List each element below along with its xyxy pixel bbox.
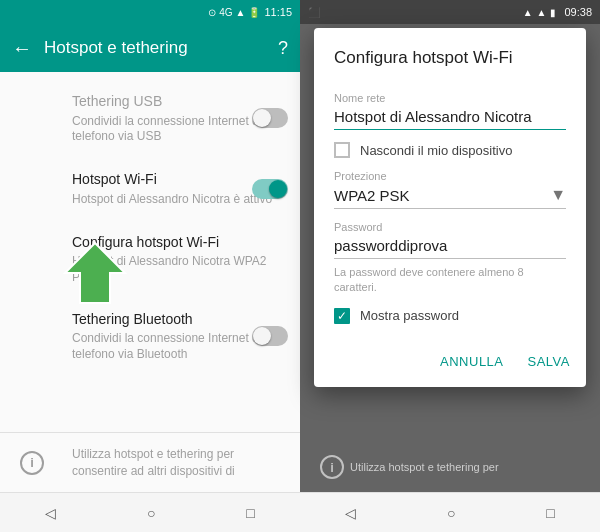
- network-name-label: Nome rete: [334, 92, 566, 104]
- status-icons-left: ⊙ 4G ▲ 🔋: [208, 7, 260, 18]
- hide-device-checkbox[interactable]: [334, 142, 350, 158]
- time-right: 09:38: [564, 6, 592, 18]
- hide-device-row: Nascondi il mio dispositivo: [334, 142, 566, 158]
- bluetooth-tethering-item[interactable]: Tethering Bluetooth Condividi la conness…: [0, 298, 300, 375]
- wifi-hotspot-toggle-container: [252, 179, 288, 199]
- top-bar-left: ← Hotspot e tethering ?: [0, 24, 300, 72]
- network-name-input[interactable]: [334, 108, 566, 130]
- checkmark-icon: ✓: [337, 310, 347, 322]
- wifi-icon: ⊙: [208, 7, 216, 18]
- dialog-title: Configura hotspot Wi-Fi: [314, 28, 586, 80]
- protection-label: Protezione: [334, 170, 566, 182]
- signal-bars-icon: ▲: [236, 7, 246, 18]
- configure-hotspot-item[interactable]: Configura hotspot Wi-Fi Hotspot di Aless…: [0, 221, 300, 298]
- dialog-body: Nome rete Nascondi il mio dispositivo Pr…: [314, 92, 586, 340]
- back-nav-right[interactable]: ◁: [329, 497, 372, 529]
- dialog-actions: ANNULLA SALVA: [314, 340, 586, 387]
- dropdown-arrow-icon: ▼: [550, 186, 566, 204]
- wifi-hotspot-toggle[interactable]: [252, 179, 288, 199]
- cancel-button[interactable]: ANNULLA: [436, 348, 507, 375]
- battery-icon-right: ▮: [550, 7, 556, 18]
- recent-nav-right[interactable]: □: [530, 497, 570, 529]
- status-bar-left: ⊙ 4G ▲ 🔋 11:15: [0, 0, 300, 24]
- nav-bar-right: ◁ ○ □: [300, 492, 600, 532]
- protection-select-row[interactable]: WPA2 PSK ▼: [334, 186, 566, 209]
- wifi-hotspot-knob: [269, 180, 287, 198]
- left-panel: ⊙ 4G ▲ 🔋 11:15 ← Hotspot e tethering ? T…: [0, 0, 300, 532]
- battery-icon: 🔋: [248, 7, 260, 18]
- hide-device-label: Nascondi il mio dispositivo: [360, 143, 512, 158]
- save-button[interactable]: SALVA: [524, 348, 574, 375]
- usb-tethering-knob: [253, 109, 271, 127]
- bottom-info-text-right: Utilizza hotspot e tethering per: [350, 461, 499, 473]
- bluetooth-tethering-toggle[interactable]: [252, 326, 288, 346]
- nav-bar-left: ◁ ○ □: [0, 492, 300, 532]
- page-title: Hotspot e tethering: [44, 38, 266, 58]
- wifi-icon-right: ▲: [523, 7, 533, 18]
- password-hint: La password deve contenere almeno 8 cara…: [334, 265, 566, 296]
- recent-nav-left[interactable]: □: [230, 497, 270, 529]
- right-panel: ⬛ ▲ ▲ ▮ 09:38 Configura hotspot Wi-Fi No…: [300, 0, 600, 532]
- signal-icon-right: ▲: [537, 7, 547, 18]
- usb-tethering-toggle-container: [252, 108, 288, 128]
- show-password-row: ✓ Mostra password: [334, 308, 566, 324]
- bottom-info-left: i Utilizza hotspot e tethering per conse…: [0, 432, 300, 492]
- usb-tethering-toggle[interactable]: [252, 108, 288, 128]
- protection-value: WPA2 PSK: [334, 187, 410, 204]
- right-bottom-area: i Utilizza hotspot e tethering per: [300, 442, 600, 492]
- configure-hotspot-dialog: Configura hotspot Wi-Fi Nome rete Nascon…: [314, 28, 586, 387]
- password-label: Password: [334, 221, 566, 233]
- help-icon[interactable]: ?: [278, 38, 288, 59]
- screenshot-icon: ⬛: [308, 7, 320, 18]
- bluetooth-tethering-knob: [253, 327, 271, 345]
- wifi-hotspot-item[interactable]: Hotspot Wi-Fi Hotspot di Alessandro Nico…: [0, 157, 300, 221]
- bluetooth-tethering-toggle-container: [252, 326, 288, 346]
- time-left: 11:15: [264, 6, 292, 18]
- password-input[interactable]: [334, 237, 566, 259]
- show-password-label: Mostra password: [360, 308, 459, 323]
- home-nav-left[interactable]: ○: [131, 497, 171, 529]
- show-password-checkbox[interactable]: ✓: [334, 308, 350, 324]
- configure-hotspot-subtitle: Hotspot di Alessandro Nicotra WPA2 PSK: [72, 254, 284, 285]
- settings-list: Tethering USB Condividi la connessione I…: [0, 72, 300, 432]
- info-circle-icon-right: i: [320, 455, 344, 479]
- back-button[interactable]: ←: [12, 37, 32, 60]
- usb-tethering-item[interactable]: Tethering USB Condividi la connessione I…: [0, 80, 300, 157]
- signal-label: 4G: [219, 7, 232, 18]
- info-circle-icon: i: [20, 451, 44, 475]
- configure-hotspot-title: Configura hotspot Wi-Fi: [72, 233, 284, 253]
- back-nav-left[interactable]: ◁: [29, 497, 72, 529]
- status-bar-right: ⬛ ▲ ▲ ▮ 09:38: [300, 0, 600, 24]
- bottom-info-text: Utilizza hotspot e tethering per consent…: [72, 446, 284, 480]
- home-nav-right[interactable]: ○: [431, 497, 471, 529]
